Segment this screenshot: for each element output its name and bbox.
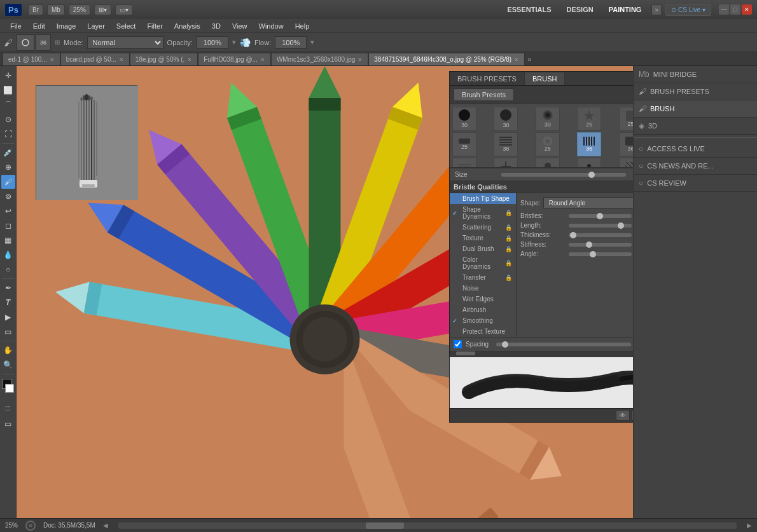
brush-option-noise[interactable]: Noise <box>450 283 516 294</box>
size-slider-thumb[interactable] <box>588 172 595 178</box>
panel-access-cs[interactable]: ○ ACCESS CS LIVE <box>634 140 757 158</box>
doc-tab-2[interactable]: 18e.jpg @ 50% (. ✕ <box>130 53 198 65</box>
thickness-slider[interactable] <box>569 233 632 237</box>
spacing-slider[interactable] <box>496 343 631 346</box>
length-thumb[interactable] <box>618 222 624 229</box>
menu-view[interactable]: View <box>227 21 253 31</box>
angle-thumb[interactable] <box>590 251 596 257</box>
brush-size-display[interactable] <box>17 34 34 51</box>
color-selector[interactable] <box>0 379 17 399</box>
brush-cell-14[interactable]: 24 <box>619 158 633 168</box>
brush-cell-8[interactable]: 36 <box>577 132 601 156</box>
horizontal-scrollbar[interactable] <box>118 522 737 529</box>
scrollbar-thumb-h[interactable] <box>366 522 404 529</box>
eyedropper-tool[interactable]: 💉 <box>1 146 15 160</box>
canvas-area[interactable]: BRUSH PRESETS BRUSH ▶▶ ✕ Brush Presets 3… <box>17 66 633 518</box>
brush-cell-13[interactable]: 14 <box>577 158 601 168</box>
text-tool[interactable]: T <box>1 296 15 310</box>
spacing-thumb[interactable] <box>502 341 508 348</box>
angle-slider[interactable] <box>569 252 632 256</box>
opacity-input[interactable] <box>197 36 228 49</box>
panel-brush-presets[interactable]: 🖌 BRUSH PRESETS <box>634 83 757 100</box>
menu-edit[interactable]: Edit <box>28 21 50 31</box>
maximize-button[interactable]: □ <box>730 4 740 15</box>
panel-brush[interactable]: 🖌 BRUSH <box>634 100 757 118</box>
nav-painting[interactable]: PAINTING <box>604 4 647 15</box>
brush-option-transfer[interactable]: Transfer 🔒 <box>450 272 516 283</box>
opacity-arrow[interactable]: ▾ <box>232 38 236 46</box>
arrange-button[interactable]: ⊞▾ <box>94 4 111 15</box>
brush-cell-5[interactable]: 25 <box>452 132 476 156</box>
doc-tab-0[interactable]: ed-1 @ 100... ✕ <box>3 53 60 65</box>
menu-3d[interactable]: 3D <box>207 21 226 31</box>
brush-cell-4[interactable]: 25 <box>619 107 633 131</box>
menu-help[interactable]: Help <box>290 21 315 31</box>
panel-eye-button[interactable]: 👁 <box>616 410 630 421</box>
brush-cell-3[interactable]: 25 <box>577 107 601 131</box>
menu-select[interactable]: Select <box>111 21 141 31</box>
brush-option-texture[interactable]: Texture 🔒 <box>450 233 516 243</box>
brush-option-color-dynamics[interactable]: Color Dynamics 🔒 <box>450 254 516 272</box>
panel-cs-news[interactable]: ○ CS NEWS AND RE... <box>634 158 757 175</box>
panel-mini-bridge[interactable]: Mb MINI BRIDGE <box>634 66 757 83</box>
brush-option-dual-brush[interactable]: Dual Brush 🔒 <box>450 243 516 254</box>
tab-brush[interactable]: BRUSH <box>525 72 566 85</box>
brush-cell-2[interactable]: 30 <box>536 107 560 131</box>
panel-grid-button[interactable]: ⊞ <box>632 410 633 421</box>
lasso-tool[interactable]: ⌒ <box>1 98 15 112</box>
panel-3d[interactable]: ◈ 3D <box>634 118 757 135</box>
brush-cell-10[interactable]: 36 <box>452 158 476 168</box>
doc-tab-4[interactable]: WMmc1sc3_2560x1600.jpg ✕ <box>271 53 368 65</box>
tab-close-1[interactable]: ✕ <box>119 57 124 63</box>
panel-scrollbar-thumb[interactable] <box>456 351 475 355</box>
doc-tab-3[interactable]: FullHD038.jpg @... ✕ <box>198 53 271 65</box>
brush-presets-button[interactable]: Brush Presets <box>454 88 514 101</box>
brush-option-scattering[interactable]: Scattering 🔒 <box>450 222 516 233</box>
nav-essentials[interactable]: ESSENTIALS <box>502 4 556 15</box>
mode-select[interactable]: Normal <box>87 36 163 49</box>
brush-tool-icon[interactable]: 🖌 <box>4 38 13 48</box>
zoom-tool[interactable]: 🔍 <box>1 358 15 372</box>
move-tool[interactable]: ✛ <box>1 69 15 83</box>
status-progress-circle[interactable]: ○ <box>25 521 36 531</box>
blur-tool[interactable]: 💧 <box>1 248 15 262</box>
tab-close-5[interactable]: ✕ <box>514 57 519 63</box>
brush-cell-7[interactable]: 25 <box>536 132 560 156</box>
brush-tool[interactable]: 🖌 <box>1 175 15 189</box>
minimize-button[interactable]: — <box>719 4 729 15</box>
length-slider[interactable] <box>569 224 632 228</box>
nav-arrow[interactable]: » <box>651 4 662 15</box>
panel-scrollbar-h[interactable] <box>450 351 633 355</box>
brush-option-protect-texture[interactable]: Protect Texture <box>450 326 516 337</box>
brush-option-wet-edges[interactable]: Wet Edges <box>450 294 516 304</box>
quick-mask-button[interactable]: ⬚ <box>1 401 15 415</box>
screen-button[interactable]: ▭▾ <box>115 4 133 15</box>
cs-live-button[interactable]: ⊙ CS Live▾ <box>665 4 711 16</box>
brush-cell-11[interactable]: 32 <box>494 158 518 168</box>
mini-bridge-button[interactable]: Mb <box>47 4 65 15</box>
bristles-thumb[interactable] <box>597 213 603 219</box>
canvas-nav-left[interactable]: ◀ <box>103 522 108 529</box>
nav-design[interactable]: DESIGN <box>561 4 598 15</box>
brush-option-shape-dynamics[interactable]: ✓ Shape Dynamics 🔒 <box>450 204 516 222</box>
shape-tool[interactable]: ▭ <box>1 325 15 339</box>
tabs-overflow-arrow[interactable]: » <box>525 55 534 63</box>
airbrush-icon[interactable]: 💨 <box>240 38 251 48</box>
brush-cell-12[interactable]: 25 <box>536 158 560 168</box>
size-slider[interactable] <box>501 173 626 177</box>
canvas-nav-right[interactable]: ▶ <box>747 522 752 529</box>
brush-option-tip-shape[interactable]: Brush Tip Shape <box>450 193 516 204</box>
path-select-tool[interactable]: ▶ <box>1 310 15 324</box>
quick-select-tool[interactable]: ⊙ <box>1 113 15 126</box>
brush-cell-6[interactable]: 36 <box>494 132 518 156</box>
brush-options-icon[interactable]: ⊞ <box>55 39 60 46</box>
eraser-tool[interactable]: ◻ <box>1 219 15 233</box>
bristles-slider[interactable] <box>569 214 632 218</box>
dodge-tool[interactable]: ○ <box>1 263 15 276</box>
brush-cell-1[interactable]: 30 <box>494 107 518 131</box>
crop-tool[interactable]: ⛶ <box>1 127 15 141</box>
menu-window[interactable]: Window <box>254 21 289 31</box>
tab-close-4[interactable]: ✕ <box>358 57 363 63</box>
gradient-tool[interactable]: ▦ <box>1 233 15 247</box>
hand-tool[interactable]: ✋ <box>1 343 15 357</box>
